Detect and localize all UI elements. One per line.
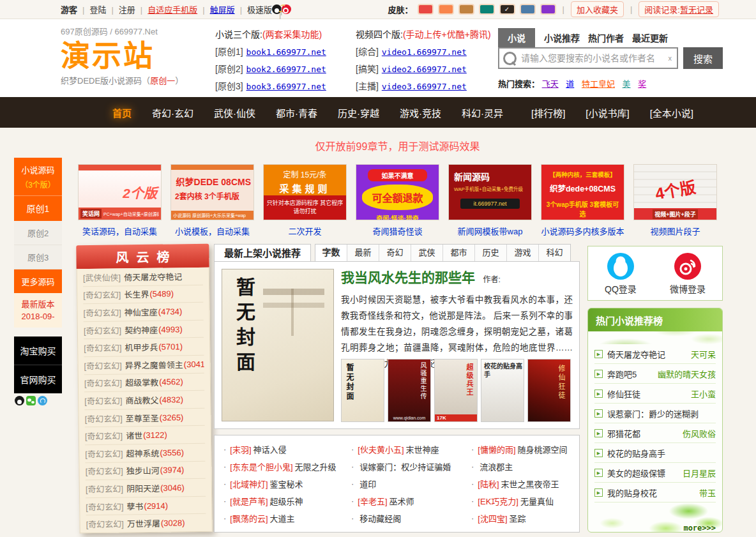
nav-library[interactable]: [小说书库] [575,106,639,119]
bubble-icon[interactable] [38,396,47,405]
hot-novel-item[interactable]: 我的贴身校花带玉 [594,483,716,503]
book-link[interactable]: ·[伙夫黄小五]末世神座 [351,441,471,458]
ranking-item[interactable]: [奇幻玄幻]长生界(5489) [83,285,203,304]
site-logo[interactable]: 演示站 [61,37,211,74]
hot-novel-item[interactable]: 倚天屠龙夺艳记天可呆 [594,344,716,364]
book-link[interactable]: ·移动藏经阁 [351,510,471,527]
wechat-icon[interactable] [26,396,36,405]
book-link[interactable]: ·[慵懒的雨]随身桃源空间 [471,441,579,458]
search-input[interactable] [520,52,669,64]
banner-thumbnail[interactable]: 4个版 视频+图片+段子 [633,164,717,220]
adaptive-mobile-link[interactable]: 自适应手机版 [135,3,197,15]
book-link[interactable]: ·道印 [351,475,471,492]
banner-caption[interactable]: 新闻网模板带wap [448,225,532,237]
ranking-item[interactable]: [奇幻玄幻]商战教父(4832) [84,391,204,410]
tab-latest[interactable]: 最新 [347,245,379,261]
skin-swatch-orange[interactable] [438,4,454,15]
hot-novel-item[interactable]: 邪猎花都伤风败俗 [594,423,716,443]
skin-swatch-blue[interactable] [520,4,536,15]
clear-icon[interactable]: x [669,54,672,62]
skin-swatch-dark-selected[interactable] [499,4,515,15]
weibo-icon[interactable] [282,4,291,14]
tab-history[interactable]: 历史 [474,245,506,261]
video1-link[interactable]: video1.669977.net [382,47,467,57]
book-link[interactable]: ·[北域神灯]鉴宝秘术 [223,475,351,492]
official-buy-button[interactable]: 官网购买 [14,365,62,393]
more-link[interactable]: more>>> [683,524,716,533]
banner-caption[interactable]: 二次开发 [263,225,347,237]
tab-urban[interactable]: 都市 [442,245,474,261]
cover-xiuxian[interactable]: 修仙狂徒 [527,359,571,422]
login-link[interactable]: 登陆 [77,3,106,15]
ranking-item[interactable]: [武侠仙侠]倚天屠龙夺艳记 [83,268,203,287]
banner-caption[interactable]: 视频图片段子 [633,225,717,237]
tab-latest-novel-recommend[interactable]: 最新上架小说推荐 [214,244,311,261]
nav-scifi[interactable]: 科幻·灵异 [451,106,513,119]
hot-novel-item[interactable]: 奔跑吧5幽默的晴天女孩 [594,364,716,384]
nav-game[interactable]: 游戏·竞技 [389,106,451,119]
ranking-item[interactable]: [奇幻玄幻]万世浮屠(3028) [86,514,206,533]
qq-contact-icon[interactable] [15,396,24,405]
link-hot-authors[interactable]: 热门作者 [588,31,624,44]
cover-no-image[interactable]: 暂无封面 [341,359,384,422]
banner-thumbnail[interactable]: 织梦DEDE 08CMS 2套内核 3个手机版 小说源码 原创源码+大乐乐采集+… [170,164,254,220]
book1-link[interactable]: book1.669977.net [246,47,326,57]
skin-swatch-red[interactable] [418,4,434,15]
nav-home[interactable]: 首页 [102,106,142,119]
book-link[interactable]: ·[沈四宝]圣踪 [471,510,579,527]
qq-login-button[interactable]: QQ登录 [605,252,637,295]
tab-scifi[interactable]: 科幻 [538,245,570,261]
banner-thumbnail[interactable]: 如果不满意 可全额退款 奇闻·怪谈·猎奇 [356,164,439,220]
ranking-item[interactable]: [奇幻玄幻]诸世(3122) [85,426,205,445]
ranking-item[interactable]: [奇幻玄幻]异界之魔兽领主(3041) [84,356,204,375]
tab-fantasy[interactable]: 奇幻 [379,245,411,261]
book-link[interactable]: ·[就是芦苇]超级乐神 [223,492,351,510]
nav-wuxia[interactable]: 武侠·仙侠 [204,106,266,119]
weibo-login-button[interactable]: 微博登录 [670,252,706,295]
ranking-item[interactable]: [奇幻玄幻]阴阳天逆(3046) [86,479,206,498]
hot-search-link[interactable]: 道 [566,79,574,89]
ranking-item[interactable]: [奇幻玄幻]神仙宝座(4734) [83,303,203,322]
book-link[interactable]: ·[EK巧克力]无量真仙 [471,492,579,510]
skin-swatch-purple[interactable] [540,4,556,15]
hot-novel-item[interactable]: 修仙狂徒王小蛮 [594,384,716,404]
skin-swatch-teal[interactable] [479,4,495,15]
tab-game[interactable]: 游戏 [506,245,538,261]
add-favorites-button[interactable]: 加入收藏夹 [571,1,624,17]
cover-fengsao[interactable]: 风骚重生传www.qidian.com [388,359,431,422]
link-novel-recommend[interactable]: 小说推荐 [544,31,580,44]
search-tab-novel[interactable]: 小说 [498,28,535,47]
book-link[interactable]: ·[飘荡的云]大道主 [223,510,351,527]
nav-fantasy[interactable]: 奇幻·玄幻 [142,106,204,119]
cover-campus-master[interactable]: 校花的贴身高手 [481,359,524,422]
nav-urban[interactable]: 都市·青春 [266,106,328,119]
banner-thumbnail[interactable]: 【两种内核，三套模板】 织梦dede+08CMS 3个wap手机版 3套模板可选 [541,164,624,220]
ranking-item[interactable]: [奇幻玄幻]至尊至圣(3265) [84,409,204,428]
video2-link[interactable]: video2.669977.net [382,64,467,74]
banner-caption[interactable]: 小说模板，自动采集 [170,225,254,237]
hot-search-link[interactable]: 特工皇妃 [582,79,615,89]
sidebar-item-original3[interactable]: 原创3 [14,245,62,269]
book-link[interactable]: ·[末羽]神话入侵 [223,441,351,458]
featured-cover-no-image[interactable]: 暂无封面 [222,269,334,421]
banner-caption[interactable]: 小说源码多内核多版本 [541,225,624,237]
register-link[interactable]: 注册 [106,3,135,15]
search-button[interactable]: 搜索 [683,47,723,69]
featured-title[interactable]: 我当风水先生的那些年 [341,270,475,285]
taobao-buy-button[interactable]: 淘宝购买 [14,337,62,365]
book2-link[interactable]: book2.669977.net [246,64,326,74]
hot-search-link[interactable]: 飞天 [542,79,559,89]
banner-thumbnail[interactable]: 定制 15元/条 采集规则 只针对本店源码程序 其它程序请勿打扰 [263,164,347,220]
banner-thumbnail[interactable]: 新闻源码 WAP手机版+自动采集+免费升级 it.669977.net [448,164,532,220]
ranking-item[interactable]: [奇幻玄幻]独步山河(3974) [85,461,205,480]
skin-swatch-brown[interactable] [458,4,474,15]
video3-link[interactable]: video3.669977.net [382,82,467,91]
nav-history[interactable]: 历史·穿越 [328,106,389,119]
nav-complete[interactable]: [全本小说] [640,106,704,119]
hot-novel-item[interactable]: 美女的超级保镖日月星辰 [594,463,716,483]
book-link[interactable]: ·流浪郡主 [471,458,579,475]
hot-search-link[interactable]: 奖 [638,79,646,89]
more-source-button[interactable]: 更多源码 [14,269,62,293]
banner-caption[interactable]: 笑话源码，自动采集 [78,225,162,237]
book-link[interactable]: ·[东东是个胆小鬼]无限之升级 [223,458,351,475]
